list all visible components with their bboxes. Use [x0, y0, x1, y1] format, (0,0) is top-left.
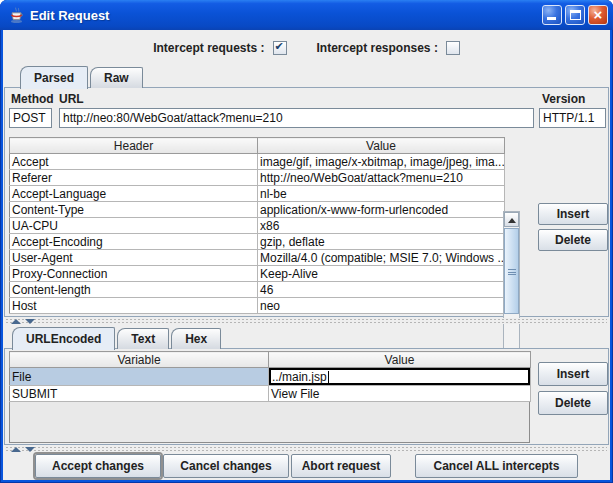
scroll-up-button[interactable] [504, 212, 519, 227]
abort-request-button[interactable]: Abort request [291, 454, 391, 478]
edit-request-window: Edit Request × Intercept requests : Inte… [0, 0, 613, 483]
footer-button-row: Accept changes Cancel changes Abort requ… [3, 454, 610, 478]
column-header: Header [10, 138, 258, 154]
intercept-requests-label: Intercept requests : [153, 41, 264, 55]
headers-table: Header Value Acceptimage/gif, image/x-xb… [9, 137, 505, 314]
url-field[interactable] [59, 108, 534, 128]
table-row: Refererhttp://neo/WebGoat/attack?menu=21… [10, 170, 505, 186]
collapse-down-icon[interactable] [25, 447, 35, 452]
table-cell[interactable]: SUBMIT [10, 386, 269, 402]
table-row: Accept-Encodinggzip, deflate [10, 234, 505, 250]
minimize-button[interactable] [542, 5, 562, 25]
table-cell[interactable]: application/x-www-form-urlencoded [258, 202, 505, 218]
table-cell[interactable]: Content-Type [10, 202, 258, 218]
table-cell[interactable]: View File [269, 386, 531, 402]
tab-hex[interactable]: Hex [171, 328, 221, 349]
version-field[interactable] [539, 108, 606, 128]
accept-changes-button[interactable]: Accept changes [35, 454, 161, 478]
content-view-tabs: URLEncoded Text Hex [12, 326, 223, 349]
window-title: Edit Request [30, 8, 539, 23]
table-row: UA-CPUx86 [10, 218, 505, 234]
java-cup-icon [8, 7, 25, 24]
table-cell[interactable]: File [10, 368, 269, 386]
close-button[interactable]: × [588, 5, 608, 25]
tab-parsed[interactable]: Parsed [20, 66, 88, 89]
table-row: Proxy-ConnectionKeep-Alive [10, 266, 505, 282]
table-cell[interactable]: Keep-Alive [258, 266, 505, 282]
table-cell[interactable]: Proxy-Connection [10, 266, 258, 282]
intercept-requests-checkbox[interactable] [273, 41, 287, 55]
scrollbar-thumb[interactable] [504, 228, 519, 314]
table-row: Hostneo [10, 298, 505, 314]
table-cell[interactable]: http://neo/WebGoat/attack?menu=210 [258, 170, 505, 186]
parsed-panel: Method URL Version Header Value Acceptim… [4, 87, 609, 317]
maximize-icon [570, 10, 581, 20]
version-label: Version [542, 92, 585, 106]
table-cell[interactable]: ../main.jsp [269, 368, 531, 386]
method-field[interactable] [9, 108, 52, 128]
method-label: Method [11, 92, 54, 106]
intercept-responses-label: Intercept responses : [317, 41, 438, 55]
column-header: Value [269, 352, 531, 368]
arrow-up-icon [508, 218, 516, 223]
headers-table-scrollbar[interactable] [503, 211, 520, 371]
table-row: User-AgentMozilla/4.0 (compatible; MSIE … [10, 250, 505, 266]
thumb-grip-icon [508, 269, 516, 275]
table-cell[interactable]: Content-length [10, 282, 258, 298]
title-bar[interactable]: Edit Request × [0, 0, 613, 30]
maximize-button[interactable] [565, 5, 585, 25]
table-row: SUBMITView File [10, 386, 531, 402]
headers-table-header-row: Header Value [10, 138, 505, 154]
tab-urlencoded[interactable]: URLEncoded [12, 327, 115, 350]
collapse-up-icon[interactable] [11, 447, 21, 452]
urlencoded-panel: Variable Value File../main.jspSUBMITView… [4, 348, 609, 445]
split-divider[interactable] [5, 446, 607, 452]
collapse-up-icon[interactable] [11, 319, 21, 324]
table-cell[interactable]: Accept-Language [10, 186, 258, 202]
param-delete-button[interactable]: Delete [538, 391, 608, 415]
text-caret [328, 371, 329, 383]
table-row: Content-length46 [10, 282, 505, 298]
cancel-changes-button[interactable]: Cancel changes [163, 454, 289, 478]
table-cell[interactable]: Accept [10, 154, 258, 170]
cell-editor-input[interactable]: ../main.jsp [269, 368, 530, 385]
table-cell[interactable]: Accept-Encoding [10, 234, 258, 250]
table-row: File../main.jsp [10, 368, 531, 386]
table-cell[interactable]: image/gif, image/x-xbitmap, image/jpeg, … [258, 154, 505, 170]
cancel-all-intercepts-button[interactable]: Cancel ALL intercepts [415, 454, 578, 478]
collapse-down-icon[interactable] [25, 319, 35, 324]
table-cell[interactable]: Referer [10, 170, 258, 186]
dialog-content: Intercept requests : Intercept responses… [3, 30, 610, 480]
table-cell[interactable]: x86 [258, 218, 505, 234]
params-table-header-row: Variable Value [10, 352, 531, 368]
url-label: URL [59, 92, 84, 106]
params-table: Variable Value File../main.jspSUBMITView… [9, 351, 531, 402]
table-row: Acceptimage/gif, image/x-xbitmap, image/… [10, 154, 505, 170]
table-cell[interactable]: neo [258, 298, 505, 314]
table-row: Content-Typeapplication/x-www-form-urlen… [10, 202, 505, 218]
split-divider[interactable] [5, 318, 607, 324]
table-cell[interactable]: Mozilla/4.0 (compatible; MSIE 7.0; Windo… [258, 250, 505, 266]
empty-table-area[interactable] [9, 402, 530, 443]
table-cell[interactable]: gzip, deflate [258, 234, 505, 250]
tab-raw[interactable]: Raw [90, 67, 143, 88]
table-cell[interactable]: Host [10, 298, 258, 314]
intercept-responses-checkbox[interactable] [446, 41, 460, 55]
header-insert-button[interactable]: Insert [538, 203, 608, 225]
minimize-icon [547, 17, 556, 20]
header-delete-button[interactable]: Delete [538, 229, 608, 251]
table-row: Accept-Languagenl-be [10, 186, 505, 202]
table-cell[interactable]: nl-be [258, 186, 505, 202]
column-header: Value [258, 138, 505, 154]
param-insert-button[interactable]: Insert [538, 362, 608, 386]
table-cell[interactable]: User-Agent [10, 250, 258, 266]
table-cell[interactable]: UA-CPU [10, 218, 258, 234]
request-view-tabs: Parsed Raw [20, 65, 145, 88]
tab-text[interactable]: Text [117, 328, 169, 349]
column-header: Variable [10, 352, 269, 368]
intercept-options-row: Intercept requests : Intercept responses… [3, 39, 610, 57]
close-icon: × [589, 6, 607, 24]
table-cell[interactable]: 46 [258, 282, 505, 298]
